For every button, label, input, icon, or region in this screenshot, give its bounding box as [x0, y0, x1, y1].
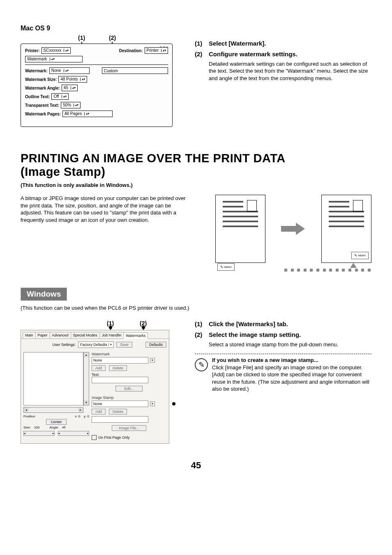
- angle-value: 45: [62, 426, 66, 429]
- intro-paragraph: A bitmap or JPEG image stored on your co…: [21, 195, 193, 223]
- watermark-angle-row: Watermark Angle: 45 ▴▾: [25, 85, 168, 91]
- page-menu-select[interactable]: Watermark ▴▾: [25, 56, 83, 62]
- watermark-combo[interactable]: None: [92, 357, 148, 364]
- placeholder-icon: [353, 200, 363, 212]
- first-page-checkbox[interactable]: On First Page Only: [92, 435, 166, 440]
- user-settings-value: Factory Defaults: [80, 343, 107, 347]
- chevron-down-icon[interactable]: ▾: [150, 358, 155, 363]
- watermark-select[interactable]: None ▴▾: [49, 67, 90, 74]
- step-title-1: Select [Watermark].: [209, 39, 266, 48]
- win-step-title-1: Click the [Watermarks] tab.: [209, 320, 288, 328]
- preview-scroll-v[interactable]: ▴▾: [83, 352, 89, 405]
- tab-special-modes[interactable]: Special Modes: [71, 332, 100, 339]
- destination-value: Printer: [147, 48, 159, 53]
- preview-scroll-h[interactable]: ◂▸: [23, 407, 83, 413]
- placeholder-icon: [247, 200, 257, 212]
- watermark-add-button[interactable]: Add: [92, 365, 106, 371]
- arrow-right-icon: [281, 223, 306, 235]
- slider-row: ◂▸ ◂▸: [23, 431, 89, 436]
- size-value: 100: [34, 426, 39, 429]
- main-heading-line2: (Image Stamp): [21, 165, 105, 178]
- outline-text-row: Outline Text: Off ▴▾: [25, 93, 168, 100]
- image-file-button[interactable]: Image File...: [112, 425, 146, 431]
- watermark-text-label: Text:: [92, 373, 166, 377]
- menu-row: Watermark ▴▾: [25, 56, 168, 62]
- top-row: (1) (2) 8.7.1 Printer: SCxxxxxx ▴▾ Desti…: [21, 35, 371, 127]
- memo-stamp: MEMO: [217, 263, 235, 271]
- watermark-pages-select[interactable]: All Pages ▴▾: [62, 111, 113, 117]
- image-stamp-path-field[interactable]: [92, 416, 148, 423]
- image-stamp-add-button[interactable]: Add: [92, 409, 106, 415]
- tab-main[interactable]: Main: [23, 332, 36, 339]
- chevron-updown-icon: ▴▾: [71, 86, 76, 90]
- watermark-size-label: Watermark Size:: [25, 77, 57, 82]
- watermark-pages-value: All Pages: [65, 111, 82, 117]
- tab-paper[interactable]: Paper: [35, 332, 50, 339]
- image-stamp-group: Image Stamp None ▾ Add Delete: [92, 396, 166, 431]
- watermark-btn-row: Add Delete: [92, 365, 166, 371]
- watermark-delete-button[interactable]: Delete: [109, 365, 127, 371]
- angle-label: Angle:: [49, 426, 59, 429]
- user-settings-select[interactable]: Factory Defaults ▾: [78, 341, 114, 348]
- size-angle-row: Size: 100 Angle: 45: [23, 426, 89, 429]
- printer-label: Printer:: [25, 48, 40, 53]
- settings-pane: Watermark None ▾ Add Delete Text:: [89, 352, 166, 440]
- center-button[interactable]: Center: [46, 419, 66, 425]
- mac-callout-1: (1): [78, 35, 85, 41]
- note-title: If you wish to create a new image stamp.…: [212, 357, 371, 364]
- dotted-connector: [284, 269, 371, 272]
- chevron-updown-icon: ▴▾: [64, 49, 69, 52]
- transparent-text-select[interactable]: 50% ▴▾: [61, 102, 81, 108]
- watermark-edit-button[interactable]: Edit...: [115, 386, 142, 391]
- tab-watermarks[interactable]: Watermarks: [123, 332, 148, 339]
- image-stamp-delete-button[interactable]: Delete: [109, 409, 127, 415]
- defaults-button[interactable]: Defaults: [145, 342, 166, 348]
- watermark-edit-row: Edit...: [92, 386, 166, 391]
- transparent-text-value: 50%: [63, 102, 71, 108]
- watermark-label: Watermark:: [25, 69, 48, 73]
- mac-step-1: (1) Select [Watermark].: [195, 39, 371, 48]
- watermark-size-select[interactable]: 48 Points ▴▾: [58, 76, 87, 83]
- transparent-text-row: Transparent Text: 50% ▴▾: [25, 102, 168, 108]
- macos-heading: Mac OS 9: [21, 25, 371, 32]
- watermark-angle-select[interactable]: 45 ▴▾: [62, 85, 78, 91]
- watermark-group-label: Watermark: [92, 352, 166, 356]
- tab-job-handling[interactable]: Job Handlin: [99, 332, 124, 339]
- watermark-angle-label: Watermark Angle:: [25, 86, 60, 90]
- note-block: ✎ If you wish to create a new image stam…: [195, 357, 371, 393]
- intro-row: A bitmap or JPEG image stored on your co…: [21, 195, 371, 263]
- win-step-num-1: (1): [195, 320, 209, 328]
- outline-text-select[interactable]: Off ▴▾: [51, 93, 68, 100]
- image-stamp-group-label: Image Stamp: [92, 396, 166, 400]
- transparent-text-label: Transparent Text:: [25, 103, 59, 108]
- chevron-down-icon[interactable]: ▾: [150, 401, 155, 406]
- watermark-pages-row: Watermark Pages: All Pages ▴▾: [25, 111, 168, 117]
- first-page-label: On First Page Only: [98, 435, 130, 440]
- image-stamp-combo[interactable]: None: [92, 401, 148, 407]
- pencil-icon: ✎: [195, 358, 208, 371]
- position-row: Position x: 0 y: 0: [23, 415, 89, 418]
- step-body-2: Detailed watermark settings can be confi…: [209, 60, 371, 82]
- win-step-body-2: Select a stored image stamp from the pul…: [209, 341, 338, 348]
- main-heading: PRINTING AN IMAGE OVER THE PRINT DATA (I…: [21, 152, 371, 179]
- printer-select[interactable]: SCxxxxxx ▴▾: [42, 47, 71, 54]
- preview-canvas: [23, 352, 83, 405]
- step-num-2: (2): [195, 50, 209, 82]
- custom-label: Custom: [104, 69, 118, 73]
- image-stamp-btn-row: Add Delete: [92, 409, 166, 415]
- availability-note: (This function is only available in Wind…: [21, 182, 371, 188]
- watermark-row: Watermark: None ▴▾ Custom: [25, 67, 168, 74]
- size-slider[interactable]: ◂▸: [23, 431, 55, 436]
- chevron-updown-icon: ▴▾: [64, 69, 69, 72]
- custom-text-field[interactable]: Custom: [102, 67, 168, 74]
- destination-select[interactable]: Printer ▴▾: [145, 47, 168, 54]
- save-button[interactable]: Save: [116, 342, 132, 348]
- tab-advanced[interactable]: Advanced: [50, 332, 71, 339]
- angle-slider[interactable]: ◂▸: [58, 431, 89, 436]
- watermark-text-field[interactable]: [92, 377, 148, 383]
- win-step-title-2: Select the image stamp setting.: [209, 331, 338, 339]
- main-heading-line1: PRINTING AN IMAGE OVER THE PRINT DATA: [21, 152, 286, 165]
- win-step-2: (2) Select the image stamp setting. Sele…: [195, 331, 371, 348]
- step-title-2: Configure watermark settings.: [209, 50, 371, 58]
- illustration: MEMO MEMO: [215, 195, 371, 263]
